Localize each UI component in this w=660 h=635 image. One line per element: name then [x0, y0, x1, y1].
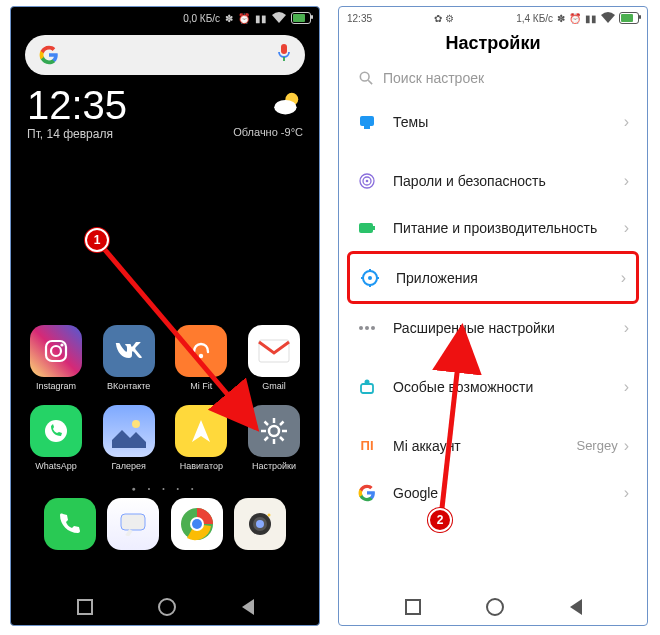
mifit-icon	[175, 325, 227, 377]
dock	[25, 498, 305, 550]
page-indicator: ● • • • •	[25, 485, 305, 492]
settings-item-mi-account[interactable]: ΠI Mi аккаунт Sergey ›	[339, 422, 647, 469]
app-settings[interactable]: Настройки	[243, 405, 305, 471]
signal-icon: ▮▮	[255, 13, 267, 24]
settings-item-security[interactable]: Пароли и безопасность ›	[339, 157, 647, 204]
settings-item-apps[interactable]: Приложения ›	[347, 251, 639, 304]
themes-icon	[357, 112, 377, 132]
wifi-icon	[601, 12, 615, 25]
net-speed: 0,0 КБ/с	[183, 13, 220, 24]
svg-rect-0	[281, 44, 287, 54]
chevron-right-icon: ›	[624, 437, 629, 455]
whatsapp-icon	[41, 416, 71, 446]
svg-rect-36	[373, 226, 375, 230]
camera-icon	[245, 509, 275, 539]
app-gallery[interactable]: Галерея	[98, 405, 160, 471]
app-gmail[interactable]: Gmail	[243, 325, 305, 391]
mi-logo-icon: ΠI	[357, 436, 377, 456]
svg-point-44	[365, 326, 369, 330]
nav-bar	[339, 593, 647, 621]
nav-back[interactable]	[242, 599, 254, 615]
step-badge-1: 1	[85, 228, 109, 252]
svg-point-34	[366, 179, 369, 182]
dock-camera[interactable]	[229, 498, 291, 550]
bluetooth-icon: ✽	[557, 13, 565, 24]
status-bar: 0,0 КБ/с ✽ ⏰ ▮▮	[11, 7, 319, 29]
dock-phone[interactable]	[39, 498, 101, 550]
svg-rect-41	[361, 277, 364, 279]
svg-rect-39	[369, 269, 371, 272]
svg-point-11	[269, 426, 279, 436]
svg-point-10	[132, 420, 140, 428]
settings-item-accessibility[interactable]: Особые возможности ›	[339, 363, 647, 410]
app-vk[interactable]: ВКонтакте	[98, 325, 160, 391]
phone-icon	[57, 511, 83, 537]
app-whatsapp[interactable]: WhatsApp	[25, 405, 87, 471]
page-title: Настройки	[339, 33, 647, 54]
svg-point-6	[60, 343, 63, 346]
signal-icon: ▮▮	[585, 13, 597, 24]
mic-icon[interactable]	[277, 44, 291, 66]
chevron-right-icon: ›	[624, 319, 629, 337]
search-placeholder: Поиск настроек	[383, 70, 484, 86]
chevron-right-icon: ›	[624, 172, 629, 190]
svg-point-45	[371, 326, 375, 330]
nav-recent[interactable]	[405, 599, 421, 615]
svg-rect-46	[361, 384, 373, 393]
dock-messages[interactable]	[102, 498, 164, 550]
svg-rect-35	[359, 223, 373, 233]
svg-point-9	[45, 420, 67, 442]
app-instagram[interactable]: Instagram	[25, 325, 87, 391]
svg-line-16	[264, 422, 268, 426]
settings-item-google[interactable]: Google ›	[339, 469, 647, 516]
nav-back[interactable]	[570, 599, 582, 615]
svg-point-38	[368, 276, 372, 280]
chevron-right-icon: ›	[624, 113, 629, 131]
battery-icon	[291, 12, 311, 24]
settings-item-themes[interactable]: Темы ›	[339, 98, 647, 145]
weather-icon	[271, 88, 303, 120]
chrome-icon	[179, 506, 215, 542]
app-row: Instagram ВКонтакте Mi Fit Gmail	[25, 325, 305, 391]
chevron-right-icon: ›	[624, 378, 629, 396]
phone-settings-screen: 12:35 ✿ ⚙ 1,4 КБ/с ✽ ⏰ ▮▮ Настройки Поис…	[338, 6, 648, 626]
nav-bar	[11, 593, 319, 621]
settings-item-advanced[interactable]: Расширенные настройки ›	[339, 304, 647, 351]
svg-point-5	[51, 346, 61, 356]
nav-home[interactable]	[486, 598, 504, 616]
phone-home-screen: 0,0 КБ/с ✽ ⏰ ▮▮ 12:35 Пт, 14 февраля Обл…	[10, 6, 320, 626]
fingerprint-icon	[357, 171, 377, 191]
bluetooth-icon: ✽	[225, 13, 233, 24]
settings-search[interactable]: Поиск настроек	[339, 62, 647, 94]
accessibility-icon	[357, 377, 377, 397]
app-navigator[interactable]: Навигатор	[170, 405, 232, 471]
chevron-right-icon: ›	[624, 484, 629, 502]
nav-recent[interactable]	[77, 599, 93, 615]
svg-rect-40	[369, 284, 371, 287]
nav-home[interactable]	[158, 598, 176, 616]
google-logo-icon	[39, 45, 59, 65]
alarm-icon: ⏰	[238, 13, 250, 24]
app-row: WhatsApp Галерея Навигатор Настройки	[25, 405, 305, 471]
svg-rect-42	[376, 277, 379, 279]
dock-chrome[interactable]	[166, 498, 228, 550]
google-search-bar[interactable]	[25, 35, 305, 75]
svg-line-18	[264, 437, 268, 441]
settings-item-battery[interactable]: Питание и производительность ›	[339, 204, 647, 251]
messages-icon	[119, 512, 147, 536]
vk-icon	[114, 342, 144, 360]
navigator-icon	[188, 418, 214, 444]
alarm-icon: ⏰	[569, 13, 581, 24]
search-icon	[359, 71, 373, 85]
google-logo-icon	[357, 483, 377, 503]
svg-point-3	[274, 100, 296, 114]
svg-rect-31	[364, 126, 370, 129]
svg-rect-8	[259, 340, 289, 362]
clock-weather-widget[interactable]: 12:35 Пт, 14 февраля Облачно -9°C	[11, 81, 319, 149]
status-time: 12:35	[347, 13, 372, 24]
gmail-icon	[257, 338, 291, 364]
battery-setting-icon	[357, 218, 377, 238]
account-name: Sergey	[576, 438, 617, 453]
app-mifit[interactable]: Mi Fit	[170, 325, 232, 391]
chevron-right-icon: ›	[621, 269, 626, 287]
